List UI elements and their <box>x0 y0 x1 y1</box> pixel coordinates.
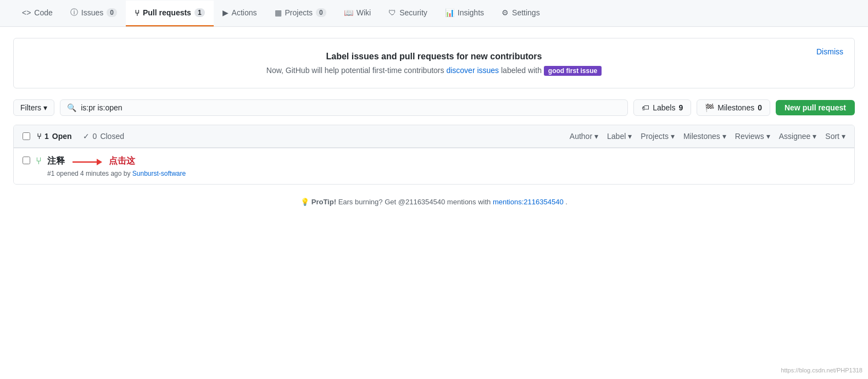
projects-filter-label: Projects <box>641 132 669 141</box>
pr-list-header: ⑂ 1 Open ✓ 0 Closed Author ▾ Label ▾ <box>14 125 854 148</box>
tab-pull-requests-label: Pull requests <box>143 8 191 17</box>
tab-settings[interactable]: ⚙ Settings <box>493 1 549 26</box>
label-filter-button[interactable]: Label ▾ <box>607 132 632 141</box>
milestones-chevron-icon: ▾ <box>722 132 726 141</box>
closed-icon: ✓ <box>83 132 90 141</box>
closed-label: Closed <box>100 132 124 141</box>
search-input[interactable] <box>81 103 621 112</box>
labels-button[interactable]: 🏷 Labels 9 <box>633 99 691 116</box>
new-pull-request-button[interactable]: New pull request <box>776 100 855 115</box>
nav-tabs: <> Code ⓘ Issues 0 ⑂ Pull requests 1 ▶ A… <box>0 0 868 27</box>
pr-author-link[interactable]: Sunburst-software <box>132 170 186 177</box>
reviews-filter-button[interactable]: Reviews ▾ <box>735 132 770 141</box>
sort-filter-label: Sort <box>825 132 839 141</box>
banner-body: Now, GitHub will help potential first-ti… <box>27 66 841 75</box>
milestones-button[interactable]: 🏁 Milestones 0 <box>697 99 770 116</box>
protip-end: . <box>565 198 567 206</box>
pr-meta: #1 opened 4 minutes ago by Sunburst-soft… <box>47 170 845 177</box>
tab-pull-requests[interactable]: ⑂ Pull requests 1 <box>126 1 214 26</box>
protip-label: ProTip! <box>311 198 336 206</box>
pr-open-icon: ⑂ <box>37 132 41 141</box>
tab-wiki-label: Wiki <box>357 8 371 17</box>
tab-code-label: Code <box>34 8 52 17</box>
open-count-number: 1 <box>44 132 49 141</box>
header-filters: Author ▾ Label ▾ Projects ▾ Milestones ▾… <box>570 132 845 141</box>
lightbulb-icon: 💡 <box>301 198 309 206</box>
labels-count: 9 <box>678 103 683 112</box>
projects-icon: ▦ <box>275 8 282 17</box>
actions-icon: ▶ <box>222 8 229 17</box>
search-icon: 🔍 <box>67 103 76 112</box>
milestones-count: 0 <box>758 103 762 112</box>
pr-toolbar: Filters ▾ 🔍 🏷 Labels 9 🏁 Milestones 0 Ne… <box>13 99 855 116</box>
svg-marker-1 <box>97 159 102 165</box>
issues-icon: ⓘ <box>70 8 78 18</box>
author-chevron-icon: ▾ <box>594 132 598 141</box>
tab-wiki[interactable]: 📖 Wiki <box>335 1 380 26</box>
label-icon: 🏷 <box>642 103 649 112</box>
reviews-chevron-icon: ▾ <box>766 132 770 141</box>
footer: 💡 ProTip! Ears burning? Get @2116354540 … <box>13 185 855 219</box>
closed-count[interactable]: ✓ 0 Closed <box>83 132 124 141</box>
sort-filter-button[interactable]: Sort ▾ <box>825 132 845 141</box>
tab-settings-label: Settings <box>512 8 540 17</box>
assignee-filter-button[interactable]: Assignee ▾ <box>779 132 817 141</box>
projects-badge: 0 <box>316 8 326 17</box>
assignee-chevron-icon: ▾ <box>813 132 816 141</box>
tab-actions[interactable]: ▶ Actions <box>214 1 266 26</box>
pr-select-checkbox[interactable] <box>23 157 30 164</box>
pr-title-text: 注释 <box>47 155 65 167</box>
labels-label: Labels <box>653 103 675 112</box>
pr-meta-text: #1 opened 4 minutes ago by <box>47 170 130 177</box>
tab-insights[interactable]: 📊 Insights <box>436 1 493 26</box>
good-first-issue-badge: good first issue <box>544 66 602 76</box>
protip-text: Ears burning? Get @2116354540 mentions w… <box>338 198 493 206</box>
dismiss-button[interactable]: Dismiss <box>816 47 843 56</box>
wiki-icon: 📖 <box>344 8 353 17</box>
closed-count-number: 0 <box>93 132 97 141</box>
sort-chevron-icon: ▾ <box>842 132 845 141</box>
open-count: ⑂ 1 Open <box>37 132 72 141</box>
insights-icon: 📊 <box>445 8 454 17</box>
reviews-filter-label: Reviews <box>735 132 764 141</box>
filters-button[interactable]: Filters ▾ <box>13 99 54 116</box>
milestones-filter-label: Milestones <box>683 132 720 141</box>
projects-filter-button[interactable]: Projects ▾ <box>641 132 675 141</box>
filters-label: Filters <box>20 103 41 112</box>
author-filter-label: Author <box>570 132 592 141</box>
banner-prefix: Now, GitHub will help potential first-ti… <box>266 66 444 75</box>
tab-security[interactable]: 🛡 Security <box>380 1 436 26</box>
tab-issues-label: Issues <box>81 8 103 17</box>
milestone-icon: 🏁 <box>705 103 714 112</box>
protip-link[interactable]: mentions:2116354540 <box>493 198 564 206</box>
pull-request-icon: ⑂ <box>135 8 140 18</box>
settings-icon: ⚙ <box>502 8 509 17</box>
label-filter-label: Label <box>607 132 626 141</box>
tab-security-label: Security <box>399 8 427 17</box>
pr-item: ⑂ 注释 点击这 #1 opened 4 minutes ago by <box>14 148 854 184</box>
select-all-checkbox[interactable] <box>23 132 30 140</box>
pr-arrow-icon <box>70 155 103 168</box>
search-bar: 🔍 <box>60 99 628 116</box>
pr-item-content: 注释 点击这 #1 opened 4 minutes ago by Sunbur… <box>47 155 845 177</box>
tab-code[interactable]: <> Code <box>13 1 62 26</box>
security-icon: 🛡 <box>388 8 396 17</box>
pull-request-list: ⑂ 1 Open ✓ 0 Closed Author ▾ Label ▾ <box>13 125 855 185</box>
author-filter-button[interactable]: Author ▾ <box>570 132 598 141</box>
discover-issues-link[interactable]: discover issues <box>446 66 499 75</box>
assignee-filter-label: Assignee <box>779 132 811 141</box>
pull-requests-badge: 1 <box>194 8 205 17</box>
pr-title-link[interactable]: 点击这 <box>109 155 135 167</box>
banner-title: Label issues and pull requests for new c… <box>27 52 841 62</box>
label-chevron-icon: ▾ <box>628 132 632 141</box>
code-icon: <> <box>22 8 31 17</box>
tab-issues[interactable]: ⓘ Issues 0 <box>62 0 126 26</box>
pr-open-item-icon: ⑂ <box>36 155 42 167</box>
filters-chevron-icon: ▾ <box>43 103 47 112</box>
milestones-label: Milestones <box>717 103 754 112</box>
pr-title-row: 注释 点击这 <box>47 155 845 168</box>
tab-projects[interactable]: ▦ Projects 0 <box>266 1 335 26</box>
milestones-filter-button[interactable]: Milestones ▾ <box>683 132 726 141</box>
banner-suffix: labeled with <box>501 66 542 75</box>
open-label: Open <box>52 132 72 141</box>
